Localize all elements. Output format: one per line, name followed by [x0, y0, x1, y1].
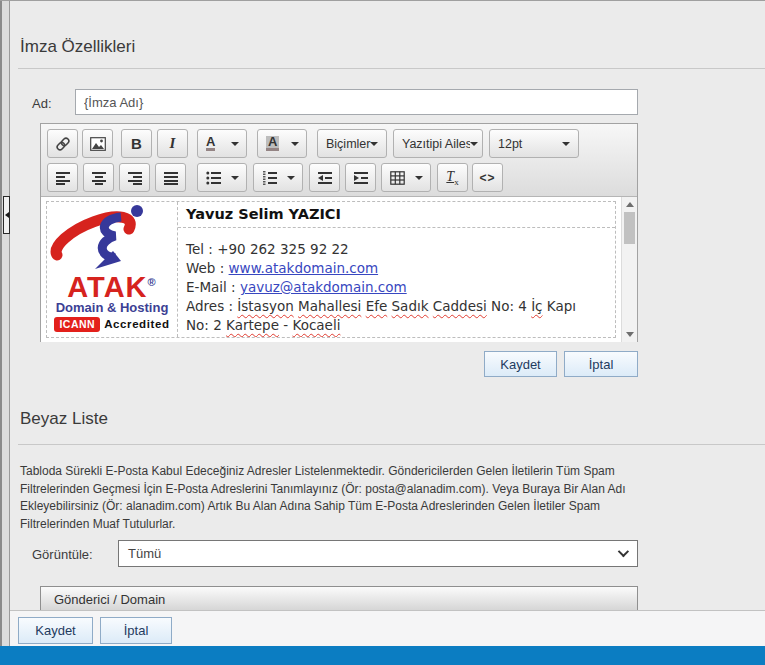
signature-text: E-Mail :: [186, 279, 240, 295]
chevron-down-icon: [415, 176, 423, 180]
company-logo: ATAK® Domain & Hosting ICANN Accredited: [47, 202, 178, 337]
editor-toolbar: B I A A Biçimler Yazıtipi Ailesi: [41, 124, 637, 197]
logo-tagline: Domain & Hosting: [49, 300, 175, 315]
image-icon: [90, 137, 106, 151]
display-filter-label: Görüntüle:: [32, 547, 93, 562]
signature-person-name: Yavuz Selim YAZICI: [178, 202, 615, 228]
registered-mark: ®: [148, 276, 157, 288]
table-button[interactable]: [381, 163, 431, 192]
signature-text: Adres :: [186, 298, 237, 314]
collapse-left-icon: [5, 212, 9, 218]
whitelist-table-header: Gönderici / Domain: [40, 586, 638, 613]
bottom-accent-bar: [0, 646, 765, 665]
bullet-list-icon: [206, 171, 222, 185]
indent-button[interactable]: [345, 163, 376, 192]
signature-link[interactable]: yavuz@atakdomain.com: [240, 279, 407, 295]
chevron-down-icon: [231, 142, 239, 146]
insert-link-button[interactable]: [47, 129, 78, 158]
signature-name-input[interactable]: [75, 89, 638, 115]
font-size-label: 12pt: [498, 137, 522, 151]
chevron-down-icon: [470, 142, 478, 146]
chevron-down-icon: [562, 142, 570, 146]
background-color-button[interactable]: A: [257, 129, 307, 158]
align-center-button[interactable]: [83, 163, 114, 192]
backcolor-icon: A: [266, 136, 279, 151]
accredited-text: Accredited: [104, 318, 169, 330]
forecolor-icon: A: [206, 136, 215, 151]
splitter-collapse-handle[interactable]: [3, 196, 10, 234]
table-icon: [390, 171, 405, 185]
signature-text: Kartepe: [226, 317, 279, 333]
indent-icon: [353, 171, 369, 185]
align-left-button[interactable]: [47, 163, 78, 192]
align-right-button[interactable]: [119, 163, 150, 192]
table-header-label: Gönderici / Domain: [54, 592, 165, 607]
signature-text-line: Tel : +90 262 325 92 22: [186, 240, 607, 259]
italic-button[interactable]: I: [157, 129, 188, 158]
outdent-button[interactable]: [309, 163, 340, 192]
scroll-down-button[interactable]: [622, 328, 637, 341]
align-left-icon: [55, 171, 71, 185]
chevron-down-icon: [618, 546, 629, 557]
signature-text: -: [279, 317, 292, 333]
signature-text-line: E-Mail : yavuz@atakdomain.com: [186, 278, 607, 297]
logo-brand-text: ATAK®: [49, 269, 175, 300]
align-justify-button[interactable]: [155, 163, 186, 192]
numbered-list-icon: [262, 171, 278, 185]
footer-save-button[interactable]: Kaydet: [18, 617, 93, 644]
signature-link[interactable]: www.atakdomain.com: [229, 260, 379, 276]
scroll-up-button[interactable]: [622, 198, 637, 211]
source-code-button[interactable]: <>: [472, 163, 503, 192]
chevron-down-icon: [370, 142, 378, 146]
signature-text: Tel : +90 262 325 92 22: [186, 241, 349, 257]
signature-text-line: No: 2 Kartepe - Kocaeli: [186, 316, 607, 335]
editor-scrollbar[interactable]: [621, 197, 637, 342]
outdent-icon: [317, 171, 333, 185]
signature-save-button[interactable]: Kaydet: [484, 351, 557, 377]
font-family-label: Yazıtipi Ailesi: [402, 137, 470, 151]
signature-text-cell: Yavuz Selim YAZICI Tel : +90 262 325 92 …: [178, 202, 615, 337]
signature-text-line: Adres : İstasyon Mahallesi Efe Sadık Cad…: [186, 297, 607, 316]
whitelist-description: Tabloda Sürekli E-Posta Kabul Edeceğiniz…: [20, 463, 638, 533]
clear-formatting-button[interactable]: Tx: [437, 163, 468, 192]
signature-text-line: Web : www.atakdomain.com: [186, 259, 607, 278]
footer-cancel-button[interactable]: İptal: [100, 617, 172, 644]
signature-name-label: Ad:: [32, 96, 52, 111]
bold-button[interactable]: B: [121, 129, 152, 158]
atak-logo-figure-icon: [49, 203, 153, 269]
display-filter-select[interactable]: Tümü: [118, 540, 638, 567]
numbered-list-button[interactable]: [253, 163, 303, 192]
font-size-dropdown[interactable]: 12pt: [489, 129, 579, 158]
signature-editor: B I A A Biçimler Yazıtipi Ailesi: [40, 123, 638, 342]
page-footer: Kaydet İptal: [10, 610, 765, 646]
scroll-up-icon: [626, 202, 634, 207]
icann-badge: ICANN: [54, 317, 100, 332]
scrollbar-thumb[interactable]: [624, 212, 635, 244]
signature-cancel-button[interactable]: İptal: [564, 351, 638, 377]
signature-text: İç: [531, 298, 542, 314]
link-icon: [55, 136, 71, 152]
settings-page: İmza Özellikleri Ad: B I A A: [0, 0, 765, 665]
signature-text: Efe: [366, 298, 388, 314]
signature-contact-block: Tel : +90 262 325 92 22Web : www.atakdom…: [178, 228, 615, 335]
editor-content-area[interactable]: ATAK® Domain & Hosting ICANN Accredited …: [41, 197, 637, 342]
signature-text: Web :: [186, 260, 229, 276]
display-filter-value: Tümü: [128, 546, 161, 561]
signature-text: Mahallesi: [298, 298, 361, 314]
insert-image-button[interactable]: [82, 129, 113, 158]
align-center-icon: [91, 171, 107, 185]
panel-splitter[interactable]: [0, 1, 10, 646]
section-divider: [18, 444, 765, 445]
signature-text: İstasyon: [237, 298, 293, 314]
whitelist-section-title: Beyaz Liste: [20, 409, 108, 429]
section-divider: [18, 68, 765, 69]
chevron-down-icon: [287, 176, 295, 180]
formats-dropdown[interactable]: Biçimler: [317, 129, 387, 158]
text-color-button[interactable]: A: [197, 129, 247, 158]
signature-text: No: 4: [487, 298, 531, 314]
chevron-down-icon: [291, 142, 299, 146]
font-family-dropdown[interactable]: Yazıtipi Ailesi: [393, 129, 483, 158]
align-justify-icon: [163, 171, 179, 185]
scroll-down-icon: [626, 332, 634, 337]
bullet-list-button[interactable]: [197, 163, 247, 192]
